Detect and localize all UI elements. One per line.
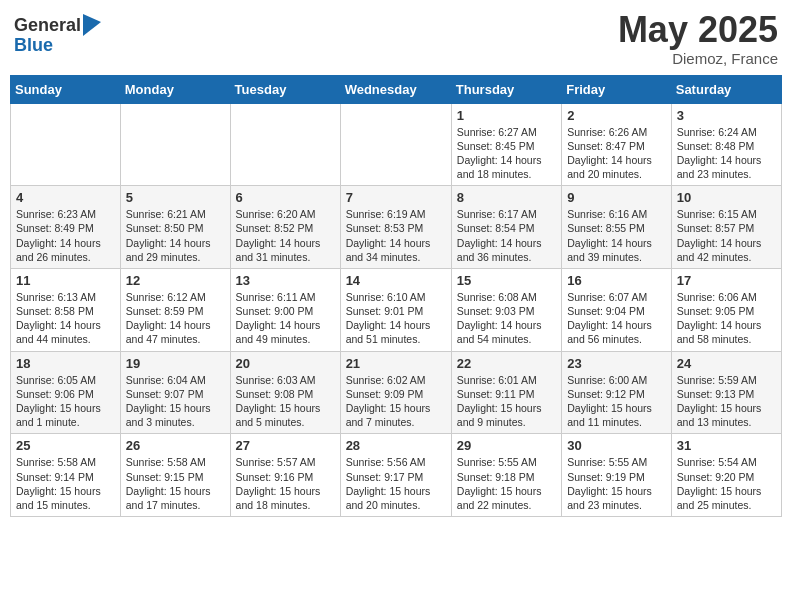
- day-info-line: Sunset: 9:03 PM: [457, 304, 556, 318]
- day-info-line: and 44 minutes.: [16, 332, 115, 346]
- day-info-line: Sunrise: 6:23 AM: [16, 207, 115, 221]
- day-info-line: Sunset: 8:54 PM: [457, 221, 556, 235]
- day-info-line: Daylight: 15 hours: [16, 401, 115, 415]
- day-info-line: Sunset: 9:18 PM: [457, 470, 556, 484]
- calendar-cell: 18Sunrise: 6:05 AMSunset: 9:06 PMDayligh…: [11, 351, 121, 434]
- day-number: 20: [236, 356, 335, 371]
- col-header-tuesday: Tuesday: [230, 75, 340, 103]
- day-info-line: and 18 minutes.: [236, 498, 335, 512]
- col-header-wednesday: Wednesday: [340, 75, 451, 103]
- day-info-line: Sunset: 9:14 PM: [16, 470, 115, 484]
- calendar-cell: 30Sunrise: 5:55 AMSunset: 9:19 PMDayligh…: [562, 434, 672, 517]
- day-info-line: Sunset: 8:55 PM: [567, 221, 666, 235]
- day-info-line: Sunrise: 6:08 AM: [457, 290, 556, 304]
- day-info-line: Sunset: 9:15 PM: [126, 470, 225, 484]
- calendar-cell: [340, 103, 451, 186]
- logo-blue: Blue: [14, 36, 81, 56]
- day-info-line: Daylight: 14 hours: [126, 236, 225, 250]
- calendar-cell: 16Sunrise: 6:07 AMSunset: 9:04 PMDayligh…: [562, 268, 672, 351]
- day-info-line: Daylight: 15 hours: [16, 484, 115, 498]
- day-number: 23: [567, 356, 666, 371]
- day-info-line: Sunset: 9:04 PM: [567, 304, 666, 318]
- calendar-cell: [230, 103, 340, 186]
- day-info-line: Sunset: 8:57 PM: [677, 221, 776, 235]
- day-number: 3: [677, 108, 776, 123]
- day-info-line: Daylight: 14 hours: [236, 236, 335, 250]
- day-number: 16: [567, 273, 666, 288]
- day-info-line: Sunset: 8:45 PM: [457, 139, 556, 153]
- day-number: 14: [346, 273, 446, 288]
- day-info-line: Sunrise: 6:20 AM: [236, 207, 335, 221]
- day-info-line: Daylight: 15 hours: [236, 401, 335, 415]
- day-info-line: Sunset: 9:08 PM: [236, 387, 335, 401]
- day-number: 18: [16, 356, 115, 371]
- day-info-line: Daylight: 14 hours: [346, 236, 446, 250]
- day-info-line: Sunset: 9:12 PM: [567, 387, 666, 401]
- day-info-line: Sunrise: 6:24 AM: [677, 125, 776, 139]
- day-number: 19: [126, 356, 225, 371]
- day-number: 1: [457, 108, 556, 123]
- day-info-line: Daylight: 15 hours: [236, 484, 335, 498]
- day-info-line: Sunrise: 6:00 AM: [567, 373, 666, 387]
- day-info-line: Sunrise: 6:05 AM: [16, 373, 115, 387]
- day-number: 28: [346, 438, 446, 453]
- svg-marker-0: [83, 14, 101, 36]
- day-info-line: Sunrise: 5:57 AM: [236, 455, 335, 469]
- day-info-line: and 22 minutes.: [457, 498, 556, 512]
- calendar-cell: 22Sunrise: 6:01 AMSunset: 9:11 PMDayligh…: [451, 351, 561, 434]
- day-info-line: and 42 minutes.: [677, 250, 776, 264]
- day-number: 26: [126, 438, 225, 453]
- day-info-line: and 56 minutes.: [567, 332, 666, 346]
- day-info-line: Daylight: 15 hours: [567, 401, 666, 415]
- day-info-line: Sunrise: 5:55 AM: [567, 455, 666, 469]
- day-info-line: and 58 minutes.: [677, 332, 776, 346]
- calendar-cell: 10Sunrise: 6:15 AMSunset: 8:57 PMDayligh…: [671, 186, 781, 269]
- calendar-cell: 2Sunrise: 6:26 AMSunset: 8:47 PMDaylight…: [562, 103, 672, 186]
- day-info-line: Sunset: 9:17 PM: [346, 470, 446, 484]
- calendar-cell: 7Sunrise: 6:19 AMSunset: 8:53 PMDaylight…: [340, 186, 451, 269]
- day-info-line: and 23 minutes.: [567, 498, 666, 512]
- day-info-line: and 39 minutes.: [567, 250, 666, 264]
- logo-icon: [83, 14, 101, 36]
- day-info-line: Daylight: 14 hours: [346, 318, 446, 332]
- day-number: 29: [457, 438, 556, 453]
- day-info-line: Daylight: 14 hours: [567, 236, 666, 250]
- day-info-line: and 7 minutes.: [346, 415, 446, 429]
- calendar-week-row: 4Sunrise: 6:23 AMSunset: 8:49 PMDaylight…: [11, 186, 782, 269]
- day-info-line: and 9 minutes.: [457, 415, 556, 429]
- day-number: 12: [126, 273, 225, 288]
- logo-general: General: [14, 16, 81, 36]
- calendar-table: SundayMondayTuesdayWednesdayThursdayFrid…: [10, 75, 782, 517]
- day-info-line: Sunset: 9:16 PM: [236, 470, 335, 484]
- day-info-line: Daylight: 14 hours: [567, 153, 666, 167]
- day-number: 24: [677, 356, 776, 371]
- day-info-line: Daylight: 14 hours: [457, 236, 556, 250]
- day-info-line: Daylight: 15 hours: [346, 401, 446, 415]
- calendar-cell: 15Sunrise: 6:08 AMSunset: 9:03 PMDayligh…: [451, 268, 561, 351]
- day-info-line: Sunrise: 6:15 AM: [677, 207, 776, 221]
- logo: General Blue: [14, 16, 101, 56]
- day-info-line: Sunrise: 6:21 AM: [126, 207, 225, 221]
- day-info-line: Sunset: 9:19 PM: [567, 470, 666, 484]
- page-header: General Blue May 2025 Diemoz, France: [10, 10, 782, 67]
- day-number: 7: [346, 190, 446, 205]
- day-info-line: and 36 minutes.: [457, 250, 556, 264]
- day-info-line: Sunset: 8:49 PM: [16, 221, 115, 235]
- day-info-line: and 13 minutes.: [677, 415, 776, 429]
- day-info-line: Daylight: 14 hours: [677, 153, 776, 167]
- day-number: 9: [567, 190, 666, 205]
- day-info-line: Sunset: 9:06 PM: [16, 387, 115, 401]
- day-info-line: and 29 minutes.: [126, 250, 225, 264]
- day-info-line: Sunrise: 6:03 AM: [236, 373, 335, 387]
- day-info-line: and 23 minutes.: [677, 167, 776, 181]
- calendar-cell: 5Sunrise: 6:21 AMSunset: 8:50 PMDaylight…: [120, 186, 230, 269]
- calendar-cell: 13Sunrise: 6:11 AMSunset: 9:00 PMDayligh…: [230, 268, 340, 351]
- day-info-line: and 17 minutes.: [126, 498, 225, 512]
- day-info-line: Sunset: 8:58 PM: [16, 304, 115, 318]
- calendar-cell: 12Sunrise: 6:12 AMSunset: 8:59 PMDayligh…: [120, 268, 230, 351]
- calendar-cell: 29Sunrise: 5:55 AMSunset: 9:18 PMDayligh…: [451, 434, 561, 517]
- day-number: 2: [567, 108, 666, 123]
- day-info-line: and 25 minutes.: [677, 498, 776, 512]
- day-number: 17: [677, 273, 776, 288]
- day-info-line: and 3 minutes.: [126, 415, 225, 429]
